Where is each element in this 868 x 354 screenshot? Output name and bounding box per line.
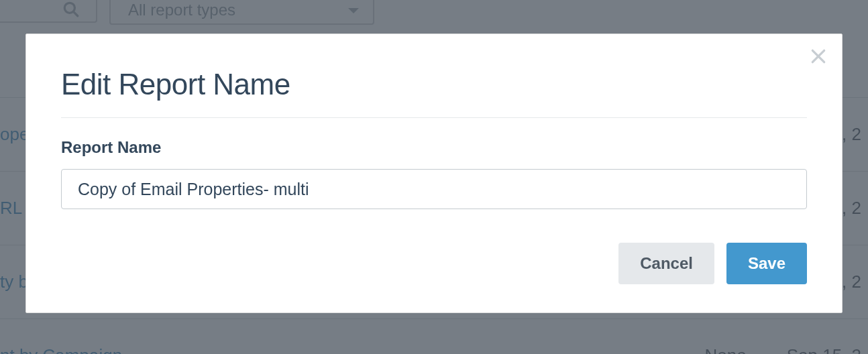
save-button[interactable]: Save (726, 243, 807, 284)
cancel-button[interactable]: Cancel (618, 243, 714, 284)
modal-title: Edit Report Name (61, 68, 807, 101)
edit-report-name-modal: Edit Report Name Report Name Cancel Save (25, 34, 843, 313)
close-icon (810, 56, 827, 67)
close-button[interactable] (810, 48, 827, 68)
report-name-input[interactable] (61, 169, 807, 209)
report-name-label: Report Name (61, 138, 807, 157)
divider (61, 117, 807, 118)
